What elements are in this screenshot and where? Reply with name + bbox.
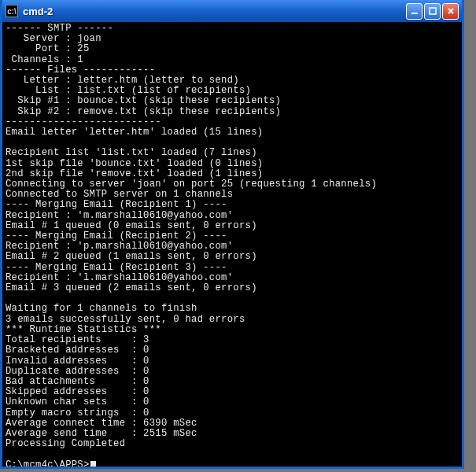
terminal-line: Skip #2 : remove.txt (skip these recipie… xyxy=(6,107,459,117)
terminal-line: Email # 2 queued (1 emails sent, 0 error… xyxy=(6,252,459,262)
terminal-line: Channels : 1 xyxy=(6,55,459,65)
cmd-icon-glyph: c:\ xyxy=(7,7,17,16)
cmd-window: c:\ cmd-2 ------ SMTP ------ Server : jo… xyxy=(0,0,464,469)
terminal-line: Processing Completed xyxy=(6,439,459,449)
maximize-icon xyxy=(429,7,437,15)
maximize-button[interactable] xyxy=(424,3,441,20)
prompt-text: C:\mcm4c\APPS> xyxy=(6,459,90,466)
terminal-line: Invalid addresses : 0 xyxy=(6,356,459,367)
terminal-line: Waiting for 1 channels to finish xyxy=(6,304,459,314)
svg-rect-0 xyxy=(411,13,418,14)
terminal-line: Average connect time : 6390 mSec xyxy=(6,419,459,429)
terminal-line: Email # 3 queued (2 emails sent, 0 error… xyxy=(6,283,459,293)
window-controls xyxy=(406,3,459,20)
terminal-line: 3 emails successfully sent, 0 had errors xyxy=(6,315,459,325)
svg-rect-1 xyxy=(430,8,436,14)
prompt-line[interactable]: C:\mcm4c\APPS> xyxy=(6,460,459,466)
terminal-output[interactable]: ------ SMTP ------ Server : joan Port : … xyxy=(2,22,462,466)
terminal-line: 1st skip file 'bounce.txt' loaded (0 lin… xyxy=(6,159,459,169)
minimize-button[interactable] xyxy=(406,3,422,20)
terminal-line: Unknown char sets : 0 xyxy=(6,397,459,407)
terminal-line: Recipient : 'm.marshall0610@yahoo.com' xyxy=(6,211,459,221)
close-icon xyxy=(447,7,455,15)
terminal-line: Bracketed addresses : 0 xyxy=(6,345,459,356)
terminal-line: Recipient list 'list.txt' loaded (7 line… xyxy=(6,148,459,158)
terminal-line: Duplicate addresses : 0 xyxy=(6,367,459,377)
terminal-line: Empty macro strings : 0 xyxy=(6,408,459,419)
terminal-line: Port : 25 xyxy=(6,44,459,54)
terminal-line: ---- Merging Email (Recipient 1) ---- xyxy=(6,200,459,210)
window-title: cmd-2 xyxy=(23,6,406,17)
cursor xyxy=(90,461,96,466)
titlebar[interactable]: c:\ cmd-2 xyxy=(2,0,462,22)
close-button[interactable] xyxy=(442,3,459,20)
terminal-line: Email letter 'letter.htm' loaded (15 lin… xyxy=(6,127,459,138)
terminal-line: Skip #1 : bounce.txt (skip these recipie… xyxy=(6,96,459,106)
cmd-icon: c:\ xyxy=(6,5,18,17)
terminal-line: ---- Merging Email (Recipient 3) ---- xyxy=(6,263,459,273)
minimize-icon xyxy=(411,7,419,15)
